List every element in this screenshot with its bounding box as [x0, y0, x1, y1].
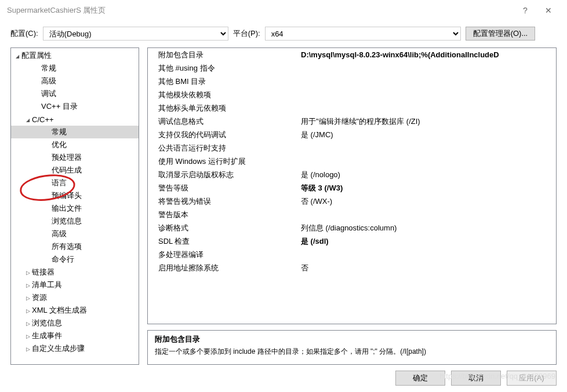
tree-item-label: 浏览信息 — [32, 318, 62, 328]
tree-item[interactable]: 常规 — [11, 126, 139, 138]
arrow-closed-icon[interactable] — [24, 320, 32, 327]
property-value[interactable]: 否 (/WX-) — [301, 196, 556, 207]
property-row[interactable]: 支持仅我的代码调试是 (/JMC) — [148, 128, 556, 141]
tree-item[interactable]: C/C++ — [11, 113, 139, 126]
tree-item[interactable]: 命令行 — [11, 253, 139, 266]
property-value[interactable]: 等级 3 (/W3) — [301, 183, 556, 193]
arrow-closed-icon[interactable] — [24, 333, 32, 339]
property-value[interactable]: 是 (/nologo) — [301, 170, 556, 180]
property-grid[interactable]: 附加包含目录D:\mysql\mysql-8.0.23-winx64\lib;%… — [147, 47, 557, 324]
apply-button[interactable]: 应用(A) — [507, 371, 557, 386]
property-row[interactable]: 其他 #using 指令 — [148, 61, 556, 75]
arrow-open-icon[interactable] — [24, 116, 32, 123]
tree-item[interactable]: 预处理器 — [11, 151, 139, 164]
property-row[interactable]: 调试信息格式用于"编辑并继续"的程序数据库 (/ZI) — [148, 115, 556, 128]
tree-item[interactable]: VC++ 目录 — [11, 100, 139, 113]
close-button[interactable]: ✕ — [537, 6, 560, 15]
tree-item[interactable]: 高级 — [11, 75, 139, 87]
tree-item[interactable]: XML 文档生成器 — [11, 304, 139, 317]
tree-item-label: 配置属性 — [21, 50, 52, 61]
property-label: 启用地址擦除系统 — [158, 263, 301, 273]
tree-item[interactable]: 代码生成 — [11, 164, 139, 177]
property-row[interactable]: 警告版本 — [148, 208, 556, 221]
tree-item[interactable]: 输出文件 — [11, 202, 139, 215]
right-panel: 附加包含目录D:\mysql\mysql-8.0.23-winx64\lib;%… — [147, 47, 557, 365]
tree-item-label: 常规 — [41, 63, 56, 74]
tree-item[interactable]: 常规 — [11, 62, 139, 75]
tree-item-label: 资源 — [32, 292, 47, 303]
tree-item[interactable]: 高级 — [11, 228, 139, 240]
config-manager-button[interactable]: 配置管理器(O)... — [466, 27, 536, 41]
property-value[interactable]: 列信息 (/diagnostics:column) — [301, 223, 556, 233]
property-value[interactable]: 是 (/sdl) — [301, 236, 556, 247]
property-value[interactable]: 是 (/JMC) — [301, 130, 556, 140]
property-row[interactable]: 将警告视为错误否 (/WX-) — [148, 195, 556, 208]
tree-item[interactable]: 优化 — [11, 138, 139, 151]
property-row[interactable]: 其他模块依赖项 — [148, 88, 556, 101]
property-value[interactable]: 否 — [301, 263, 556, 273]
property-row[interactable]: 其他 BMI 目录 — [148, 75, 556, 88]
tree-item-label: C/C++ — [32, 115, 54, 124]
platform-select[interactable]: x64 — [265, 27, 461, 41]
tree-item-label: 预处理器 — [52, 152, 82, 163]
property-row[interactable]: 取消显示启动版权标志是 (/nologo) — [148, 168, 556, 181]
config-label: 配置(C): — [10, 28, 38, 39]
platform-label: 平台(P): — [233, 28, 260, 39]
titlebar: SupermarketCashierS 属性页 ? ✕ — [0, 0, 567, 21]
arrow-closed-icon[interactable] — [24, 282, 32, 288]
tree-item[interactable]: 清单工具 — [11, 279, 139, 291]
ok-button[interactable]: 确定 — [395, 371, 445, 386]
arrow-closed-icon[interactable] — [24, 295, 32, 301]
tree-item-label: 代码生成 — [52, 165, 82, 175]
tree-item-label: 高级 — [41, 76, 56, 86]
tree-item-label: XML 文档生成器 — [32, 305, 87, 316]
tree-item-label: 常规 — [52, 127, 67, 137]
property-label: 多处理器编译 — [158, 250, 301, 260]
property-row[interactable]: 诊断格式列信息 (/diagnostics:column) — [148, 221, 556, 235]
tree-item-label: 调试 — [41, 89, 56, 99]
property-value[interactable]: 用于"编辑并继续"的程序数据库 (/ZI) — [301, 116, 556, 127]
tree-item-label: 链接器 — [32, 267, 54, 277]
arrow-closed-icon[interactable] — [24, 346, 32, 352]
property-row[interactable]: 其他标头单元依赖项 — [148, 101, 556, 115]
property-row[interactable]: 附加包含目录D:\mysql\mysql-8.0.23-winx64\lib;%… — [148, 48, 556, 61]
property-value[interactable]: D:\mysql\mysql-8.0.23-winx64\lib;%(Addit… — [301, 50, 556, 59]
tree-item[interactable]: 浏览信息 — [11, 215, 139, 228]
tree-item-label: 高级 — [52, 229, 67, 239]
tree-item[interactable]: 预编译头 — [11, 189, 139, 202]
tree-item[interactable]: 所有选项 — [11, 240, 139, 253]
config-select[interactable]: 活动(Debug) — [43, 27, 228, 41]
property-row[interactable]: 使用 Windows 运行时扩展 — [148, 155, 556, 168]
tree-item[interactable]: 资源 — [11, 291, 139, 304]
property-label: 其他模块依赖项 — [158, 90, 301, 100]
tree-item[interactable]: 配置属性 — [11, 49, 139, 62]
tree-item[interactable]: 生成事件 — [11, 329, 139, 342]
property-row[interactable]: 公共语言运行时支持 — [148, 141, 556, 155]
arrow-open-icon[interactable] — [13, 53, 21, 59]
property-row[interactable]: 警告等级等级 3 (/W3) — [148, 181, 556, 195]
cancel-button[interactable]: 取消 — [451, 371, 501, 386]
tree-item[interactable]: 链接器 — [11, 266, 139, 279]
property-label: 公共语言运行时支持 — [158, 143, 301, 153]
tree-item-label: 所有选项 — [52, 241, 82, 252]
tree-item[interactable]: 浏览信息 — [11, 317, 139, 329]
tree-panel[interactable]: 配置属性常规高级调试VC++ 目录C/C++常规优化预处理器代码生成语言预编译头… — [10, 47, 139, 365]
property-row[interactable]: 多处理器编译 — [148, 248, 556, 261]
tree-item[interactable]: 自定义生成步骤 — [11, 342, 139, 355]
property-label: 警告等级 — [158, 183, 301, 193]
main-area: 配置属性常规高级调试VC++ 目录C/C++常规优化预处理器代码生成语言预编译头… — [0, 47, 567, 365]
window-title: SupermarketCashierS 属性页 — [7, 5, 514, 16]
description-text: 指定一个或多个要添加到 include 路径中的目录；如果指定多个，请用 ";"… — [155, 347, 549, 357]
property-label: 使用 Windows 运行时扩展 — [158, 156, 301, 167]
arrow-closed-icon[interactable] — [24, 307, 32, 314]
tree-item[interactable]: 调试 — [11, 87, 139, 100]
tree-item[interactable]: 语言 — [11, 177, 139, 189]
property-label: SDL 检查 — [158, 236, 301, 247]
description-panel: 附加包含目录 指定一个或多个要添加到 include 路径中的目录；如果指定多个… — [147, 330, 557, 365]
property-row[interactable]: SDL 检查是 (/sdl) — [148, 235, 556, 248]
footer: 确定 取消 应用(A) — [0, 365, 567, 391]
help-button[interactable]: ? — [514, 6, 537, 15]
property-label: 调试信息格式 — [158, 116, 301, 127]
property-row[interactable]: 启用地址擦除系统否 — [148, 261, 556, 274]
arrow-closed-icon[interactable] — [24, 269, 32, 276]
